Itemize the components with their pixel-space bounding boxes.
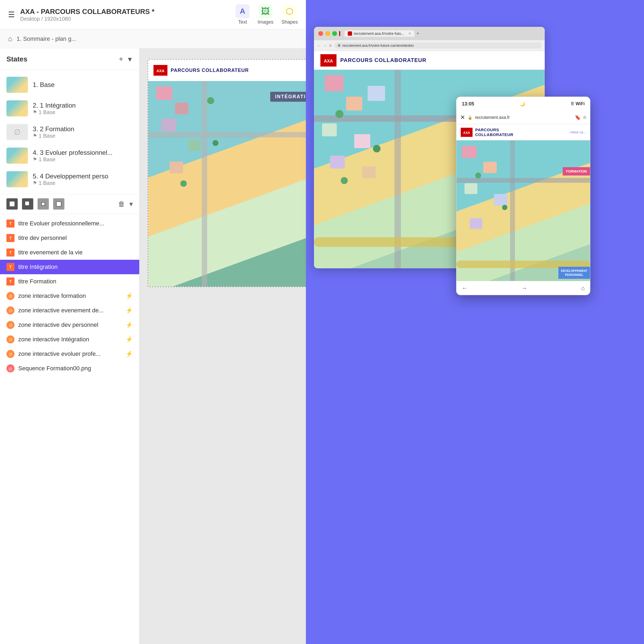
layer-btn-3[interactable]: [38, 198, 49, 210]
mobile-share-icon[interactable]: ⎋: [583, 115, 586, 120]
mobile-house-3: [464, 183, 477, 194]
state-parent-5: ⚑ 1 Base: [33, 180, 133, 186]
state-list: 1. Base 2. 1 Intégration ⚑ 1 Base: [0, 70, 139, 194]
desktop-tab-favicon: [348, 31, 352, 36]
desktop-tl-yellow[interactable]: [325, 31, 330, 36]
state-thumb-map-2: [6, 100, 28, 116]
canvas-area[interactable]: AXA PARCOURS COLLABORATEUR INTÉGRATION: [140, 48, 306, 644]
svg-text:AXA: AXA: [156, 69, 164, 73]
layer-btn-2[interactable]: [22, 198, 33, 210]
layer-more-button[interactable]: ▾: [129, 200, 133, 208]
shapes-tool[interactable]: ⬡ Shapes: [281, 4, 298, 25]
layer-item-9[interactable]: ⊙ zone interactive Intégration ⚡: [0, 332, 139, 347]
mobile-road-v: [510, 140, 515, 295]
layer-icon-zone-6: ⊙: [6, 292, 14, 300]
desktop-nav-back[interactable]: ←: [317, 43, 321, 48]
layer-item-2[interactable]: T titre dev personnel: [0, 231, 139, 245]
images-icon: 🖼: [258, 4, 272, 18]
state-name-1: 1. Base: [33, 81, 133, 89]
layer-item-1[interactable]: T titre Evoluer professionnelleme...: [0, 216, 139, 231]
state-item-1[interactable]: 1. Base: [0, 73, 139, 97]
mobile-address-bar[interactable]: recrutement.axa.fr: [475, 115, 572, 120]
desktop-tl-red[interactable]: [318, 31, 323, 36]
desktop-tab-close[interactable]: ✕: [408, 32, 411, 35]
right-panel: recrutement.axa.fr/votre-futu... ✕ + ← →…: [306, 0, 644, 644]
desktop-nav-forward[interactable]: →: [323, 43, 327, 48]
states-add-button[interactable]: +: [118, 54, 124, 65]
state-parent-4: ⚑ 1 Base: [33, 156, 133, 163]
mobile-nav-back[interactable]: ←: [462, 285, 468, 292]
state-parent-icon-2: ⚑: [33, 109, 37, 115]
map-road-vertical: [202, 81, 207, 287]
layer-item-5[interactable]: T titre Formation: [0, 274, 139, 289]
svg-rect-1: [25, 202, 29, 205]
mobile-nav-home[interactable]: ⌂: [581, 285, 585, 292]
state-name-5: 5. 4 Developpement perso: [33, 173, 133, 180]
svg-text:AXA: AXA: [324, 59, 333, 63]
app-subtitle-text: Desktop / 1920x1080: [20, 16, 230, 22]
state-parent-label-5: 1 Base: [39, 180, 55, 186]
text-icon: A: [236, 4, 250, 18]
mobile-time: 13:05: [462, 101, 474, 107]
states-more-button[interactable]: ▾: [127, 54, 133, 65]
shapes-icon: ⬡: [283, 4, 297, 18]
layer-label-5: titre Formation: [18, 278, 133, 285]
layer-item-4[interactable]: T titre Intégration: [0, 260, 139, 274]
state-item-5[interactable]: 5. 4 Developpement perso ⚑ 1 Base: [0, 167, 139, 191]
state-item-2[interactable]: 2. 1 Intégration ⚑ 1 Base: [0, 97, 139, 120]
menu-icon[interactable]: ☰: [8, 10, 15, 19]
state-thumb-5: [6, 171, 28, 187]
mobile-close-button[interactable]: ✕: [460, 114, 465, 121]
text-tool[interactable]: A Text: [236, 4, 250, 25]
desktop-tab-new[interactable]: +: [416, 31, 419, 36]
app-bar: ☰ AXA - PARCOURS COLLABORATEURS * Deskto…: [0, 0, 306, 30]
layer-item-8[interactable]: ⊙ zone interactive dev personnel ⚡: [0, 318, 139, 332]
layer-item-6[interactable]: ⊙ zone interactive formation ⚡: [0, 289, 139, 303]
mobile-nav-forward[interactable]: →: [521, 285, 527, 292]
layer-icon-zone-10: ⊙: [6, 350, 14, 358]
desktop-address-bar[interactable]: ⚙ recrutement.axa.fr/votre-future-carrie…: [334, 42, 541, 49]
state-item-4[interactable]: 4. 3 Evoluer professionnel... ⚑ 1 Base: [0, 144, 139, 167]
desktop-nav-refresh[interactable]: ↻: [329, 43, 332, 48]
main-area: States + ▾ 1. Base: [0, 48, 306, 644]
layer-delete-button[interactable]: 🗑: [118, 200, 125, 208]
states-actions: + ▾: [118, 54, 133, 65]
state-item-3[interactable]: ∅ 3. 2 Formation ⚑ 1 Base: [0, 120, 139, 144]
design-tool: ☰ AXA - PARCOURS COLLABORATEURS * Deskto…: [0, 0, 306, 644]
states-title: States: [6, 55, 27, 63]
layer-btn-4[interactable]: [53, 198, 64, 210]
state-thumb-map-1: [6, 77, 28, 93]
map-tree-1: [207, 97, 214, 104]
canvas-integ-badge: INTÉGRATION: [270, 92, 306, 102]
images-tool[interactable]: 🖼 Images: [258, 4, 273, 25]
mobile-house-5: [470, 218, 482, 229]
desktop-tab[interactable]: recrutement.axa.fr/votre-futu... ✕: [345, 30, 414, 37]
layer-label-2: titre dev personnel: [18, 235, 133, 241]
mobile-browser: 13:05 🌙 ⠿ WiFi ✕ 🔒 recrutement.axa.fr 🔖 …: [456, 97, 590, 295]
state-thumb-2: [6, 100, 28, 116]
desktop-toolbar: ← → ↻ ⚙ recrutement.axa.fr/votre-future-…: [314, 40, 545, 51]
mobile-dev-label: DÉVELOPPEMENTPERSONNEL: [558, 267, 590, 279]
layer-item-3[interactable]: T titre evenement de la vie: [0, 245, 139, 260]
desktop-tab-bar-icon: [339, 31, 340, 36]
shapes-tool-label: Shapes: [281, 19, 298, 25]
mobile-back-link[interactable]: - retour ca...: [568, 130, 586, 134]
desktop-house-1: [325, 75, 343, 91]
state-parent-icon-5: ⚑: [33, 180, 37, 186]
layer-btn-1[interactable]: [6, 198, 18, 210]
map-house-5: [170, 162, 183, 173]
state-name-3: 3. 2 Formation: [33, 125, 133, 133]
desktop-traffic-lights: [318, 31, 337, 36]
breadcrumb-home-icon[interactable]: ⌂: [8, 35, 12, 43]
layer-item-10[interactable]: ⊙ zone interactive evoluer profe... ⚡: [0, 347, 139, 361]
mobile-bookmark-icon[interactable]: 🔖: [575, 115, 581, 120]
desktop-tl-green[interactable]: [332, 31, 337, 36]
layer-label-1: titre Evoluer professionnelleme...: [18, 220, 133, 227]
layer-label-9: zone interactive Intégration: [18, 336, 122, 343]
layer-item-7[interactable]: ⊙ zone interactive evenement de... ⚡: [0, 303, 139, 318]
state-parent-2: ⚑ 1 Base: [33, 109, 133, 115]
layer-item-11[interactable]: ◎ Sequence Formation00.png: [0, 361, 139, 376]
breadcrumb-bar: ⌂ 1. Sommaire - plan g...: [0, 30, 306, 48]
layer-lightning-8: ⚡: [126, 321, 133, 328]
layer-label-11: Sequence Formation00.png: [18, 365, 133, 372]
